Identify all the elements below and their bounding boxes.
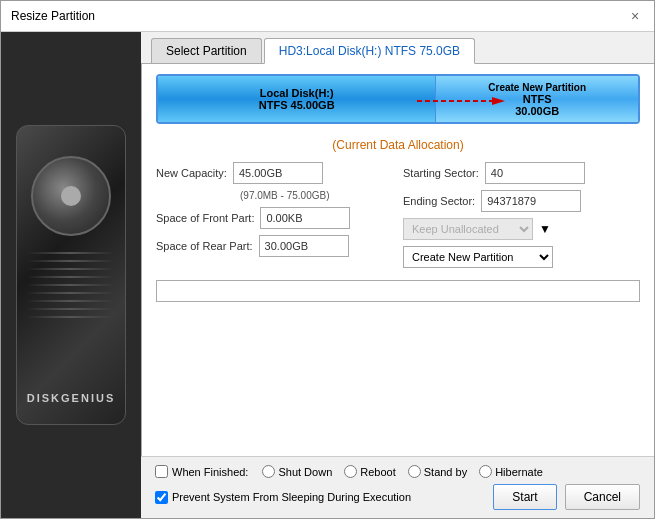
disk-line-2 [27,260,115,262]
tab-select-partition[interactable]: Select Partition [151,38,262,63]
disk-illustration: DISKGENIUS [16,125,126,425]
shut-down-label: Shut Down [278,466,332,478]
partition-right: Create New Partition NTFS 30.00GB [436,76,638,122]
disk-circle [31,156,111,236]
rear-part-label: Space of Rear Part: [156,240,253,252]
starting-sector-input[interactable] [485,162,585,184]
partition-left-title: Local Disk(H:) [260,87,334,99]
prevent-checkbox-label[interactable]: Prevent System From Sleeping During Exec… [155,491,411,504]
partition-right-subtitle: NTFS [523,93,552,105]
hibernate-radio-label[interactable]: Hibernate [479,465,543,478]
hibernate-radio[interactable] [479,465,492,478]
partition-visual-wrapper: Local Disk(H:) NTFS 45.00GB Create New P… [156,74,640,128]
reboot-radio-label[interactable]: Reboot [344,465,395,478]
stand-by-radio-label[interactable]: Stand by [408,465,467,478]
front-dropdown-arrow-icon: ▼ [539,222,551,236]
form-right-col: Starting Sector: Ending Sector: Keep Una… [403,162,640,268]
button-group: Start Cancel [493,484,640,510]
starting-sector-row: Starting Sector: [403,162,640,184]
disk-image: DISKGENIUS [6,105,136,445]
front-part-label: Space of Front Part: [156,212,254,224]
current-data-label: (Current Data Allocation) [156,136,640,154]
capacity-range-label: (97.0MB - 75.00GB) [240,190,329,201]
shut-down-radio-label[interactable]: Shut Down [262,465,332,478]
when-finished-label: When Finished: [172,466,248,478]
partition-visual: Local Disk(H:) NTFS 45.00GB Create New P… [156,74,640,124]
front-part-row: Space of Front Part: [156,207,393,229]
left-panel: DISKGENIUS [1,32,141,518]
content-area: Local Disk(H:) NTFS 45.00GB Create New P… [141,64,654,456]
rear-part-select[interactable]: Create New Partition [403,246,553,268]
ending-sector-input[interactable] [481,190,581,212]
shut-down-radio[interactable] [262,465,275,478]
new-capacity-row: New Capacity: [156,162,393,184]
capacity-range-row: (97.0MB - 75.00GB) [236,190,393,201]
prevent-label-text: Prevent System From Sleeping During Exec… [172,491,411,503]
form-area: New Capacity: (97.0MB - 75.00GB) Space o… [156,162,640,268]
reboot-label: Reboot [360,466,395,478]
front-dropdown-row: Keep Unallocated ▼ [403,218,640,240]
dialog-body: DISKGENIUS Select Partition HD3:Local Di… [1,32,654,518]
footer-area: When Finished: Shut Down Reboot [141,456,654,518]
prevent-checkbox[interactable] [155,491,168,504]
partition-left: Local Disk(H:) NTFS 45.00GB [158,76,436,122]
disk-line-9 [27,316,115,318]
partition-right-title: Create New Partition [488,82,586,93]
stand-by-label: Stand by [424,466,467,478]
partition-left-subtitle: NTFS 45.00GB [259,99,335,111]
disk-brand-label: DISKGENIUS [27,392,115,404]
cancel-button[interactable]: Cancel [565,484,640,510]
dialog-title: Resize Partition [11,9,95,23]
start-button[interactable]: Start [493,484,556,510]
disk-line-7 [27,300,115,302]
progress-bar [156,280,640,302]
disk-line-8 [27,308,115,310]
disk-lines [27,246,115,324]
partition-right-size: 30.00GB [515,105,559,117]
new-capacity-label: New Capacity: [156,167,227,179]
form-left-col: New Capacity: (97.0MB - 75.00GB) Space o… [156,162,393,268]
front-part-input[interactable] [260,207,350,229]
rear-part-row: Space of Rear Part: [156,235,393,257]
disk-line-5 [27,284,115,286]
close-button[interactable]: × [626,7,644,25]
new-capacity-input[interactable] [233,162,323,184]
tab-disk-info[interactable]: HD3:Local Disk(H:) NTFS 75.0GB [264,38,475,64]
disk-line-6 [27,292,115,294]
hibernate-label: Hibernate [495,466,543,478]
resize-partition-dialog: Resize Partition × [0,0,655,519]
rear-part-input[interactable] [259,235,349,257]
when-finished-checkbox-label[interactable]: When Finished: [155,465,248,478]
prevent-row: Prevent System From Sleeping During Exec… [155,484,640,510]
front-part-select[interactable]: Keep Unallocated [403,218,533,240]
disk-circle-inner [61,186,81,206]
starting-sector-label: Starting Sector: [403,167,479,179]
ending-sector-label: Ending Sector: [403,195,475,207]
disk-line-3 [27,268,115,270]
disk-line-4 [27,276,115,278]
radio-group: Shut Down Reboot Stand by Hibernate [262,465,542,478]
right-panel: Select Partition HD3:Local Disk(H:) NTFS… [141,32,654,518]
title-bar: Resize Partition × [1,1,654,32]
stand-by-radio[interactable] [408,465,421,478]
rear-dropdown-row: Create New Partition [403,246,640,268]
tabs-bar: Select Partition HD3:Local Disk(H:) NTFS… [141,32,654,64]
when-finished-row: When Finished: Shut Down Reboot [155,465,640,478]
ending-sector-row: Ending Sector: [403,190,640,212]
disk-line-1 [27,252,115,254]
reboot-radio[interactable] [344,465,357,478]
when-finished-checkbox[interactable] [155,465,168,478]
